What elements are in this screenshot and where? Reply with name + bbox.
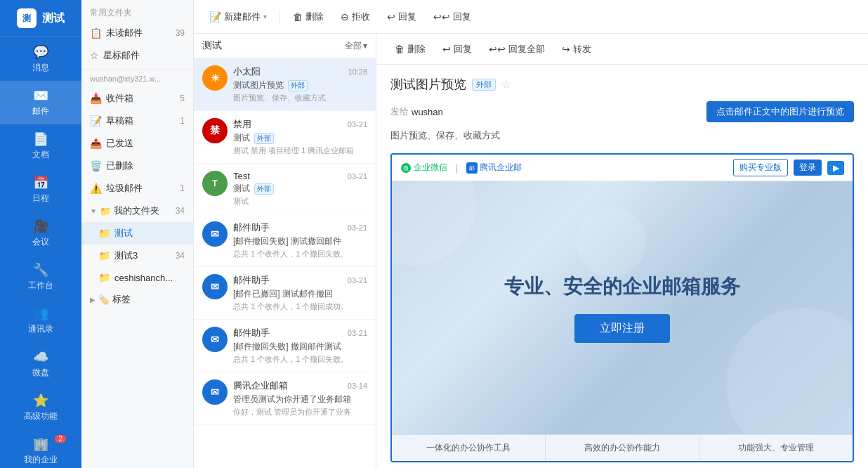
email-item-1[interactable]: ☀ 小太阳 10:28 测试图片预览 外部 图片预览、保存、收藏方式 [194,58,376,111]
sidebar-item-message[interactable]: 💬 消息 [0,37,81,81]
email-item-4[interactable]: ✉ 邮件助手 03-21 [邮件撤回失败] 测试撤回邮件 总共 1 个收件人，1… [194,214,376,267]
avatar-2: 禁 [202,118,228,143]
folder-draft[interactable]: 📝 草稿箱 1 [81,110,193,132]
inbox-icon: 📥 [90,93,102,104]
email-filter[interactable]: 全部 ▾ [345,40,367,52]
folder-inbox[interactable]: 📥 收件箱 5 [81,87,193,110]
reply-icon: ↩ [442,44,451,55]
reply-all-button[interactable]: ↩↩ 回复全部 [482,39,552,59]
workbench-icon: 🔧 [33,262,48,278]
subject-2: 测试 外部 [233,132,367,144]
email-item-5[interactable]: ✉ 邮件助手 03-21 [邮件已撤回] 测试邮件撤回 总共 1 个收件人，1 … [194,267,376,320]
preview-headline: 专业、安全的企业邮箱服务 [504,273,740,300]
folder-test3[interactable]: 📁 测试3 34 [81,245,193,267]
draft-icon: 📝 [90,115,102,126]
sidebar-item-doc[interactable]: 📄 文档 [0,124,81,168]
sidebar-item-workbench[interactable]: 🔧 工作台 [0,255,81,299]
email-content-1: 小太阳 10:28 测试图片预览 外部 图片预览、保存、收藏方式 [233,65,367,103]
login-button[interactable]: 登录 [794,160,822,176]
reply-all-top-label: 回复 [453,11,471,23]
inbox-count: 5 [180,93,185,103]
folder-starred[interactable]: ☆ 星标邮件 [81,44,193,67]
sender-4: 邮件助手 [233,221,270,234]
test3-folder-icon: 📁 [98,250,110,261]
tags-section[interactable]: ▶ 🏷️ 标签 [81,288,193,311]
register-button[interactable]: 立即注册 [574,314,670,343]
buy-professional-button[interactable]: 购买专业版 [733,159,788,176]
folder-test[interactable]: 📁 测试 [81,222,193,245]
enterprise-badge: 2 [55,435,66,443]
reply-label: 回复 [454,43,472,56]
reply-button[interactable]: ↩ 回复 [435,39,479,59]
delete-button[interactable]: 🗑 删除 [388,39,433,59]
reply-top-button[interactable]: ↩ 回复 [380,7,423,27]
sidebar-item-schedule[interactable]: 📅 日程 [0,168,81,212]
delete-icon: 🗑 [395,44,405,55]
sidebar-item-mail[interactable]: ✉️ 邮件 [0,81,81,124]
email-item-2[interactable]: 禁 禁用 03-21 测试 外部 测试 禁用 项目经理 1 腾讯企业邮箱 [194,111,376,164]
avatar-5: ✉ [202,274,228,299]
tag-waibu-3: 外部 [254,183,274,195]
sidebar-item-advanced[interactable]: ⭐ 高级功能 [0,386,81,429]
sidebar-logo: 测 测试 [0,0,81,37]
email-item-3[interactable]: T Test 03-21 测试 外部 测试 [194,164,376,214]
preview-header-right: 购买专业版 登录 ▶ [733,159,844,176]
new-mail-button[interactable]: 📝 新建邮件 ▾ [202,7,274,27]
enterprise-button[interactable]: 2 🏢 我的企业 [0,436,81,466]
main-toolbar: 📝 新建邮件 ▾ 🗑 删除 ⊖ 拒收 ↩ 回复 ↩↩ 回复 [194,0,868,34]
folder-spam[interactable]: ⚠️ 垃圾邮件 1 [81,177,193,200]
time-5: 03-21 [348,276,367,285]
tags-label: 标签 [112,293,131,306]
star-icon[interactable]: ☆ [501,78,511,91]
sidebar-label-advanced: 高级功能 [24,410,58,422]
email-item-6[interactable]: ✉ 邮件助手 03-21 [邮件撤回失败] 撤回邮件测试 总共 1 个收件人，1… [194,320,376,372]
reject-label: 拒收 [352,11,370,23]
email-body: 图片预览、保存、收藏方式 [390,129,854,142]
email-detail-title-row: 测试图片预览 外部 ☆ [390,76,854,93]
from-label: 发给 [390,105,409,118]
folder-sent[interactable]: 📤 已发送 [81,132,193,155]
forward-label: 转发 [573,43,591,56]
sent-icon: 📤 [90,138,102,149]
delete-top-button[interactable]: 🗑 删除 [286,7,331,27]
next-button[interactable]: ▶ [827,161,844,175]
sidebar-item-contacts[interactable]: 👥 通讯录 [0,299,81,342]
filter-chevron: ▾ [363,41,367,51]
avatar-7: ✉ [202,379,228,405]
time-7: 03-14 [348,382,367,390]
forward-button[interactable]: ↪ 转发 [555,39,598,59]
my-folders-section[interactable]: ▼ 📁 我的文件夹 34 [81,200,193,222]
my-folders-count: 34 [176,206,185,216]
email-list-title: 测试 [202,39,222,52]
sidebar-item-meeting[interactable]: 🎥 会议 [0,212,81,255]
reply-all-top-button[interactable]: ↩↩ 回复 [426,7,478,27]
subject-3: 测试 外部 [233,183,367,195]
time-1: 10:28 [348,67,367,76]
email-content-7: 腾讯企业邮箱 03-14 管理员测试为你开通了业务邮箱 你好，测试 管理员为你开… [233,379,367,417]
preview-footer: 一体化的办公协作工具 高效的办公协作能力 功能强大、专业管理 [392,434,853,461]
folder-unread[interactable]: 📋 未读邮件 39 [81,22,193,44]
email-content-5: 邮件助手 03-21 [邮件已撤回] 测试邮件撤回 总共 1 个收件人，1 个撤… [233,274,367,312]
detail-toolbar: 🗑 删除 ↩ 回复 ↩↩ 回复全部 ↪ 转发 [376,34,868,65]
reject-button[interactable]: ⊖ 拒收 [334,7,377,27]
preview-1: 图片预览、保存、收藏方式 [233,93,367,103]
doc-icon: 📄 [33,131,48,147]
email-detail-title: 测试图片预览 [390,76,466,93]
deleted-label: 已删除 [106,160,133,172]
folder-deleted[interactable]: 🗑️ 已删除 [81,155,193,177]
email-content-6: 邮件助手 03-21 [邮件撤回失败] 撤回邮件测试 总共 1 个收件人，1 个… [233,327,367,365]
disk-icon: ☁️ [33,349,48,365]
folder-ceshishanch[interactable]: 📁 ceshishanch... [81,267,193,288]
sidebar-item-disk[interactable]: ☁️ 微盘 [0,342,81,386]
starred-icon: ☆ [90,50,99,61]
email-address: wushan@xty321.w... [90,74,161,83]
reply-all-icon: ↩↩ [489,44,506,55]
sidebar-nav: 💬 消息 ✉️ 邮件 📄 文档 📅 日程 🎥 会议 🔧 工作台 👥 通讯录 ☁️ [0,37,81,429]
test3-folder-label: 测试3 [114,249,138,262]
txmail-logo: 邮 腾讯企业邮 [466,162,522,174]
sidebar-label-contacts: 通讯录 [28,323,53,335]
email-item-7[interactable]: ✉ 腾讯企业邮箱 03-14 管理员测试为你开通了业务邮箱 你好，测试 管理员为… [194,372,376,425]
preview-hint-button[interactable]: 点击邮件正文中的图片进行预览 [706,101,854,122]
preview-7: 你好，测试 管理员为你开通了业务 [233,407,367,417]
sidebar-label-disk: 微盘 [32,367,49,379]
